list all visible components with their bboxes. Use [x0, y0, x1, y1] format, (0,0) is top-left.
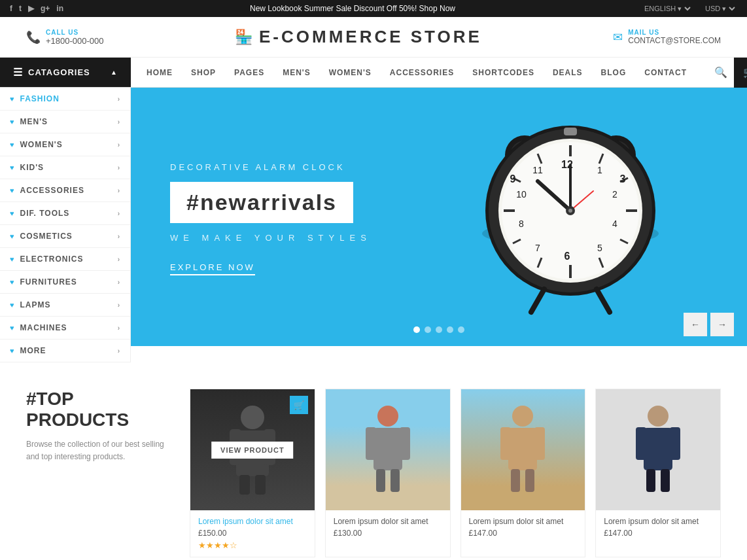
sidebar-item-furnitures[interactable]: ♥ FURNITURES › [0, 271, 130, 294]
heart-icon: ♥ [10, 347, 15, 355]
youtube-link[interactable]: ▶ [28, 4, 34, 13]
nav-mens[interactable]: MEN'S [273, 58, 320, 87]
svg-rect-62 [636, 427, 646, 460]
svg-rect-41 [564, 128, 577, 135]
product-price-3: £147.00 [469, 529, 578, 538]
nav-pages[interactable]: PAGES [225, 58, 273, 87]
hero-dot-3[interactable] [436, 326, 442, 333]
nav-deals[interactable]: DEALS [544, 58, 592, 87]
product-image-4 [596, 389, 720, 510]
chevron-right-icon: › [118, 233, 120, 240]
product-card-2[interactable]: Lorem ipsum dolor sit amet £130.00 [325, 389, 451, 557]
sidebar-item-accessories[interactable]: ♥ ACCESSORIES › [0, 179, 130, 202]
hero-cta-button[interactable]: EXPLORE NOW [170, 262, 255, 275]
product-price-1: £150.00 [198, 529, 307, 538]
chevron-right-icon: › [118, 141, 120, 149]
nav-blog[interactable]: BLOG [592, 58, 636, 87]
promo-text: New Lookbook Summer Sale Discount Off 50… [250, 4, 455, 13]
nav-icons: 🔍 🛒 0 👤 [703, 58, 747, 87]
svg-point-48 [377, 406, 398, 427]
chevron-right-icon: › [118, 210, 120, 217]
products-header: #TOP PRODUCTS Browse the collection of o… [26, 389, 170, 463]
main-wrapper: ♥ FASHION › ♥ MEN'S › ♥ WOMEN'S › ♥ KID'… [0, 88, 747, 362]
nav-links: HOME SHOP PAGES MEN'S WOMEN'S ACCESSORIE… [131, 58, 703, 87]
svg-rect-61 [644, 428, 672, 470]
header-logo[interactable]: 🏪 E-COMMERCE STORE [235, 27, 482, 47]
store-icon: 🏪 [235, 29, 252, 46]
linkedin-link[interactable]: in [56, 4, 63, 13]
sidebar-label-electronics: ELECTRONICS [20, 254, 84, 264]
call-label: CALL US [46, 29, 104, 36]
sidebar-item-electronics[interactable]: ♥ ELECTRONICS › [0, 248, 130, 271]
product-image-3 [461, 389, 585, 510]
hero-prev-button[interactable]: ← [684, 313, 707, 336]
sidebar-item-mens[interactable]: ♥ MEN'S › [0, 111, 130, 133]
svg-text:9: 9 [510, 173, 516, 184]
sidebar-item-womens[interactable]: ♥ WOMEN'S › [0, 133, 130, 156]
hero-dot-2[interactable] [425, 326, 431, 333]
social-links[interactable]: f t ▶ g+ in [10, 4, 63, 13]
sidebar-label-cosmetics: COSMETICS [20, 232, 73, 241]
sidebar-item-cosmetics[interactable]: ♥ COSMETICS › [0, 225, 130, 248]
person-silhouette-3 [496, 404, 549, 496]
language-select[interactable]: ENGLISH ▾ [642, 4, 693, 13]
svg-rect-52 [376, 469, 385, 492]
product-name-3: Lorem ipsum dolor sit amet [469, 517, 578, 526]
categories-button[interactable]: ☰ CATAGORIES ▲ [0, 58, 131, 87]
product-name-2: Lorem ipsum dolor sit amet [334, 517, 442, 526]
hero-dot-5[interactable] [458, 326, 464, 333]
svg-line-39 [531, 289, 544, 312]
search-button[interactable]: 🔍 [709, 58, 733, 88]
sidebar-item-dif-tools[interactable]: ♥ DIF. TOOLS › [0, 202, 130, 225]
hero-tagline: WE MAKE YOUR STYLES [170, 233, 372, 243]
product-info-4: Lorem ipsum dolor sit amet £147.00 [596, 510, 720, 547]
phone-number: +1800-000-000 [46, 36, 104, 46]
twitter-link[interactable]: t [19, 4, 22, 13]
product-card-1[interactable]: 🛒 VIEW PRODUCT Lorem ipsum dolor sit ame… [190, 389, 315, 557]
hero-image: 12 3 6 9 1 2 4 5 7 8 10 11 [413, 88, 727, 346]
nav-shortcodes[interactable]: SHORTCODES [463, 58, 544, 87]
hero-subtitle: DECORATIVE ALARM CLOCK [170, 162, 372, 172]
chevron-right-icon: › [118, 96, 120, 103]
svg-rect-50 [366, 427, 376, 460]
sidebar-label-accessories: ACCESSORIES [20, 186, 84, 195]
products-description: Browse the collection of our best sellin… [26, 438, 170, 463]
facebook-link[interactable]: f [10, 4, 12, 13]
product-info-2: Lorem ipsum dolor sit amet £130.00 [326, 510, 450, 547]
nav-home[interactable]: HOME [137, 58, 182, 87]
product-name-4: Lorem ipsum dolor sit amet [604, 517, 712, 526]
clock-illustration: 12 3 6 9 1 2 4 5 7 8 10 11 [466, 96, 675, 338]
heart-icon: ♥ [10, 164, 15, 171]
sidebar-item-lapms[interactable]: ♥ LAPMS › [0, 294, 130, 317]
hero-dot-1[interactable] [413, 326, 420, 333]
heart-icon: ♥ [10, 301, 15, 309]
sidebar-item-more[interactable]: ♥ MORE › [0, 340, 130, 362]
nav-womens[interactable]: WOMEN'S [320, 58, 381, 87]
products-section: #TOP PRODUCTS Browse the collection of o… [0, 362, 747, 560]
product-card-3[interactable]: Lorem ipsum dolor sit amet £147.00 [460, 389, 586, 557]
nav-shop[interactable]: SHOP [182, 58, 225, 87]
svg-line-40 [597, 289, 610, 312]
cart-button[interactable]: 🛒 0 [734, 58, 747, 88]
product-card-4[interactable]: Lorem ipsum dolor sit amet £147.00 [595, 389, 721, 557]
sidebar-item-fashion[interactable]: ♥ FASHION › [0, 88, 130, 111]
top-bar: f t ▶ g+ in New Lookbook Summer Sale Dis… [0, 0, 747, 17]
view-product-button[interactable]: VIEW PRODUCT [211, 442, 294, 459]
sidebar-label-machines: MACHINES [20, 323, 67, 332]
sidebar-label-furnitures: FURNITURES [20, 277, 77, 287]
svg-rect-46 [239, 475, 250, 495]
chevron-right-icon: › [118, 118, 120, 126]
currency-select[interactable]: USD ▾ [703, 4, 737, 13]
svg-rect-58 [511, 469, 520, 492]
nav-accessories[interactable]: ACCESSORIES [381, 58, 463, 87]
sidebar-item-kids[interactable]: ♥ KID'S › [0, 156, 130, 179]
hero-dot-4[interactable] [447, 326, 453, 333]
svg-rect-49 [373, 428, 402, 470]
sidebar-item-machines[interactable]: ♥ MACHINES › [0, 317, 130, 340]
hero-next-button[interactable]: → [710, 313, 734, 336]
googleplus-link[interactable]: g+ [41, 4, 50, 13]
svg-text:8: 8 [519, 219, 524, 229]
chevron-right-icon: › [118, 347, 120, 355]
chevron-right-icon: › [118, 302, 120, 309]
nav-contact[interactable]: CONTACT [635, 58, 696, 87]
